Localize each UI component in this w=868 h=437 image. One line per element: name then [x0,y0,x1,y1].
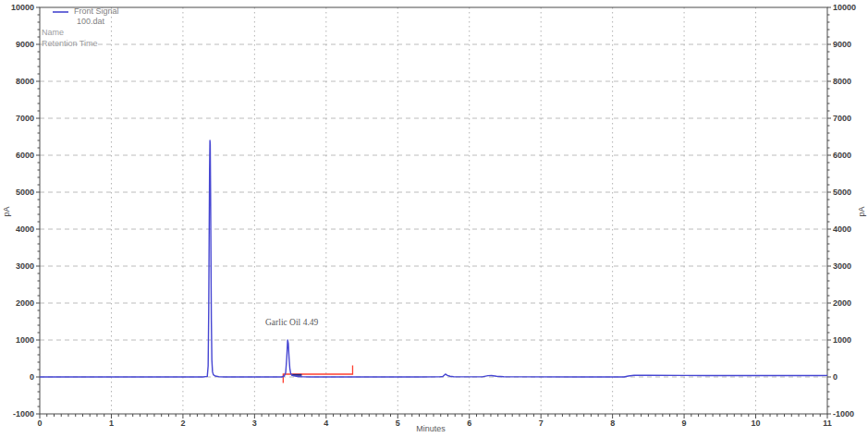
y-tick-label-right: 3000 [833,261,851,271]
x-tick-label: 6 [467,419,471,428]
y-tick-label-right: 5000 [833,188,851,197]
x-tick-label: 3 [252,419,257,428]
plot-area: 01234567891011-1000-10000010001000200020… [0,0,868,437]
peak-annotation-garlic-oil: Garlic Oil 4.49 [265,318,318,327]
y-tick-label-left: -1000 [13,409,34,419]
legend-line-swatch [53,11,68,13]
y-tick-label-left: 6000 [16,151,34,160]
y-tick-label-left: 4000 [16,225,34,234]
y-tick-label-right: 7000 [833,114,851,123]
y-tick-label-right: 8000 [833,77,851,86]
y-tick-label-right: 9000 [833,40,851,49]
y-tick-label-right: 0 [833,372,837,382]
y-tick-label-left: 8000 [16,77,34,86]
x-tick-label: 0 [37,419,42,428]
name-label: Name [42,27,64,38]
legend-series-label: Front Signal [74,6,119,17]
y-tick-label-right: 1000 [833,335,851,345]
x-tick-label: 4 [324,419,328,428]
x-tick-label: 7 [539,419,544,428]
y-tick-label-left: 0 [30,372,34,382]
legend: Front Signal 100.dat [53,6,119,27]
y-tick-label-right: 10000 [833,3,856,12]
y-tick-label-right: 4000 [833,225,851,234]
x-tick-label: 9 [682,419,687,428]
retention-time-label: Retention Time [42,38,98,49]
y-tick-label-left: 10000 [11,3,34,12]
x-tick-label: 2 [180,419,185,428]
y-tick-label-left: 7000 [16,114,34,123]
y-tick-label-right: -1000 [833,409,854,419]
x-tick-label: 8 [610,419,615,428]
x-tick-label: 1 [109,419,114,428]
x-tick-label: 11 [823,419,832,428]
y-tick-label-left: 5000 [16,188,34,197]
y-tick-label-left: 2000 [16,298,34,308]
y-tick-label-left: 1000 [16,335,34,345]
y-tick-label-right: 2000 [833,298,851,308]
chromatogram-window: 01234567891011-1000-10000010001000200020… [0,0,868,437]
x-tick-label: 10 [752,419,761,428]
front-signal-trace [40,140,827,377]
x-axis-unit: Minutes [403,424,458,433]
y-axis-unit-left: pA [2,202,11,221]
x-tick-label: 5 [396,419,400,428]
plot-border [40,7,827,414]
y-tick-label-right: 6000 [833,151,851,160]
y-tick-label-left: 3000 [16,261,34,271]
y-tick-label-left: 9000 [16,40,34,49]
y-axis-unit-right: pA [857,202,866,221]
legend-file-label: 100.dat [74,17,119,27]
